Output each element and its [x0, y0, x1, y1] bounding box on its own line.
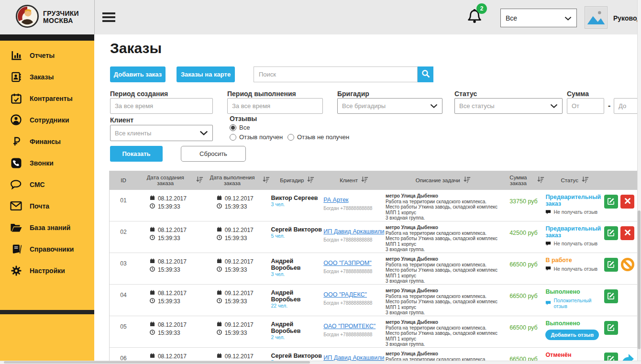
sum-from-input[interactable] — [567, 98, 604, 114]
speech-bubble-icon — [545, 210, 551, 215]
order-id: 05 — [110, 316, 137, 347]
header-client[interactable]: Клиент — [323, 171, 385, 190]
clock-icon — [150, 298, 155, 305]
status-label: Выполнено — [545, 289, 604, 296]
sort-icon — [537, 176, 544, 185]
clock-icon — [150, 235, 155, 242]
created-date-cell: 08.12.2017 15:39:33 — [137, 285, 204, 316]
sidebar-item-mail[interactable]: Почта — [0, 195, 94, 217]
status-label: В работе — [545, 257, 604, 264]
chevron-down-icon — [550, 102, 558, 110]
sidebar-menu: Отчеты Заказы Контрагенты Сотрудники Фин… — [0, 44, 94, 281]
orders-table: ID Дата создания заказа Дата выполнения … — [109, 171, 638, 364]
search-input[interactable] — [254, 66, 418, 82]
reset-button[interactable]: Сбросить — [181, 146, 246, 162]
add-review-button[interactable]: Добавить отзыв — [545, 330, 599, 340]
header-divider — [94, 0, 95, 34]
order-id: 01 — [110, 190, 137, 221]
brand-logo-block[interactable]: ГРУЗЧИКИ МОСКВА — [0, 0, 94, 34]
calendar-icon — [150, 195, 155, 202]
radio-reviews-all[interactable]: Все — [230, 124, 250, 131]
order-sum: 33750 руб — [502, 190, 546, 221]
header-executed-date[interactable]: Дата выполнения заказа — [204, 171, 271, 190]
review-note: Положительный отзыв — [545, 298, 604, 309]
edit-order-button[interactable] — [604, 289, 618, 303]
header-actions — [604, 171, 638, 190]
client-link[interactable]: ОАО "ПРОМТЕКС" — [323, 323, 376, 330]
sidebar-item-contractors[interactable]: Контрагенты — [0, 88, 94, 109]
sidebar-item-finances[interactable]: Финансы — [0, 131, 94, 152]
orders-on-map-button[interactable]: Заказы на карте — [177, 66, 235, 82]
header-filter-select[interactable]: Все — [500, 9, 577, 27]
edit-order-button[interactable] — [604, 226, 618, 240]
sidebar-item-employees[interactable]: Сотрудники — [0, 109, 94, 131]
status-label: Выполнено — [545, 320, 604, 327]
status-select[interactable]: Все статусы — [454, 98, 563, 114]
period-executed-input[interactable] — [227, 98, 323, 114]
radio-input-all[interactable] — [230, 124, 236, 131]
executed-date-cell: 09.12.2017 15:39:33 — [204, 221, 271, 253]
sidebar-item-orders[interactable]: Заказы — [0, 66, 94, 88]
header-brigadir[interactable]: Бригадир — [271, 171, 323, 190]
filter-sum-label: Сумма — [567, 90, 589, 98]
contact-book-icon — [10, 71, 22, 83]
radio-review-not-received[interactable]: Отзыв не получен — [287, 133, 349, 141]
gear-icon — [10, 265, 22, 277]
task-description-cell: метро Улица ДыбенкоРабота на территории … — [385, 190, 502, 221]
edit-order-button[interactable] — [604, 258, 618, 272]
status-cell: Выполнено Добавить отзыв — [545, 316, 604, 347]
period-created-input[interactable] — [110, 98, 213, 114]
clock-icon — [150, 203, 155, 210]
delete-order-button[interactable] — [620, 226, 634, 240]
created-date-cell: 08.12.2017 15:39:33 — [137, 316, 204, 347]
calendar-icon — [150, 321, 155, 328]
sidebar-item-references[interactable]: Справочники — [0, 238, 94, 260]
sidebar-item-reports[interactable]: Отчеты — [0, 44, 94, 66]
sum-to-input[interactable] — [614, 98, 638, 114]
avatar[interactable] — [585, 6, 608, 29]
radio-review-received[interactable]: Отзыв получен — [230, 133, 283, 141]
header-created-date[interactable]: Дата создания заказа — [137, 171, 204, 190]
filter-status-label: Статус — [454, 90, 477, 98]
status-cell: Выполнено Положительный отзыв — [545, 285, 604, 316]
cancel-order-button[interactable] — [620, 258, 635, 272]
brigadir-select[interactable]: Все бригадиры — [337, 98, 442, 114]
client-link[interactable]: РА Артек — [323, 197, 348, 203]
radio-input-not-received[interactable] — [287, 134, 294, 141]
header-status[interactable]: Статус — [545, 171, 604, 190]
speech-bubble-icon — [545, 300, 551, 306]
sort-icon — [262, 176, 270, 185]
chevron-down-icon — [564, 14, 572, 22]
client-link[interactable]: ООО "РАДЕКС" — [323, 291, 367, 298]
client-link[interactable]: ИП Давид Аркашвили — [323, 354, 384, 361]
sidebar-item-label: Отчеты — [30, 52, 55, 59]
sidebar-item-sms[interactable]: СМС — [0, 174, 94, 195]
order-id: 03 — [110, 253, 137, 284]
sidebar-item-label: Контрагенты — [30, 95, 73, 102]
search-button[interactable] — [418, 66, 433, 82]
add-order-button[interactable]: Добавить заказ — [110, 66, 166, 82]
notifications-count-badge: 2 — [476, 3, 487, 14]
page-title: Заказы — [110, 40, 162, 56]
radio-input-received[interactable] — [230, 134, 236, 141]
vertical-scrollbar-thumb[interactable] — [638, 210, 641, 349]
edit-order-button[interactable] — [604, 195, 618, 209]
bar-chart-icon — [10, 49, 22, 62]
client-cell: РА АртекБогдан +78888888888 — [323, 190, 385, 221]
client-link[interactable]: ИП Давид Аркашвили — [323, 228, 384, 235]
edit-order-button[interactable] — [604, 321, 618, 335]
sum-range-dash: - — [608, 101, 610, 110]
sidebar-item-knowledge-base[interactable]: База знаний — [0, 217, 94, 238]
show-button[interactable]: Показать — [110, 146, 163, 162]
header-task[interactable]: Описание задачи — [385, 171, 502, 190]
horizontal-scrollbar-thumb[interactable] — [4, 361, 310, 364]
client-select[interactable]: Все клиенты — [110, 125, 213, 141]
client-link[interactable]: ООО "ГАЗПРОМ" — [323, 260, 371, 266]
sidebar-item-settings[interactable]: Настройки — [0, 260, 94, 281]
sidebar-item-calls[interactable]: Звонки — [0, 152, 94, 174]
delete-order-button[interactable] — [620, 195, 634, 209]
hamburger-menu-icon[interactable] — [102, 12, 115, 22]
executed-date-cell: 09.12.2017 15:39:33 — [204, 190, 271, 221]
client-cell: ОАО "ПРОМТЕКС"Богдан +78888888888 — [323, 316, 385, 347]
header-sum[interactable]: Сумма заказа — [502, 171, 546, 190]
